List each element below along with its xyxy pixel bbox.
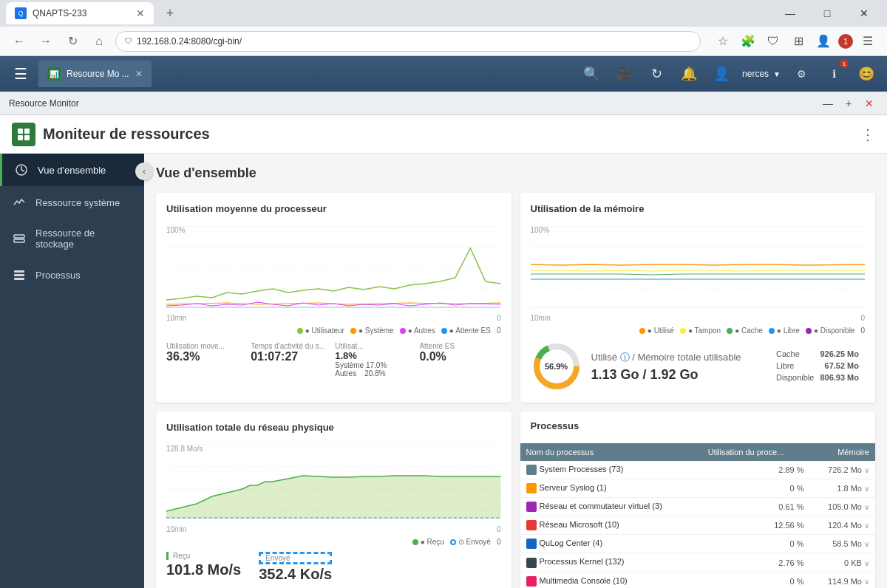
app-tab-icon: 📊 bbox=[47, 67, 61, 81]
extensions-btn[interactable]: 🧩 bbox=[738, 31, 758, 52]
network-card-title: Utilisation totale du réseau physique bbox=[166, 422, 501, 433]
cpu-user-value: 1.8% bbox=[335, 350, 416, 361]
cpu-card: Utilisation moyenne du processeur 100% bbox=[156, 193, 512, 403]
refresh-icon[interactable]: ↻ bbox=[645, 62, 668, 86]
settings-icon[interactable]: ℹ 1 bbox=[822, 62, 846, 86]
svg-rect-6 bbox=[14, 239, 24, 242]
cpu-wait-value: 0.0% bbox=[419, 350, 500, 363]
sidebar-item-process[interactable]: Processus bbox=[0, 259, 144, 291]
overview-icon bbox=[14, 163, 29, 177]
cpu-chart-label: 100% bbox=[166, 226, 186, 234]
table-row[interactable]: Multimedia Console (10) 0 % 114.9 Mo ∨ bbox=[520, 572, 876, 588]
sidebar-item-overview[interactable]: Vue d'ensemble bbox=[0, 154, 144, 186]
sidebar-item-storage[interactable]: Ressource de stockage bbox=[0, 219, 144, 259]
app-tab[interactable]: 📊 Resource Mo ... ✕ bbox=[38, 61, 152, 87]
sidebar-item-system[interactable]: Ressource système bbox=[0, 186, 144, 219]
network-chart: 128.8 Mo/s bbox=[166, 445, 501, 533]
window-close-btn[interactable]: ✕ bbox=[847, 2, 881, 24]
user-avatar[interactable]: 😊 bbox=[854, 62, 878, 86]
svg-rect-8 bbox=[14, 274, 24, 276]
window-minimize-btn[interactable]: — bbox=[773, 2, 807, 24]
notification-badge-btn[interactable]: 1 bbox=[838, 34, 853, 49]
sidebar-process-label: Processus bbox=[35, 270, 81, 281]
tab-favicon: Q bbox=[15, 7, 27, 19]
app-more-btn[interactable]: ⋮ bbox=[860, 126, 875, 143]
sidebar-toggle-btn[interactable]: ‹ bbox=[135, 163, 153, 180]
cpu-chart: 100% bbox=[166, 226, 501, 322]
legend-wait: ● Attente ES bbox=[449, 327, 491, 335]
cpu-card-title: Utilisation moyenne du processeur bbox=[166, 203, 501, 214]
memory-stats: Cache926.25 Mo Libre67.52 Mo Disponible8… bbox=[775, 348, 865, 385]
app-tab-close-btn[interactable]: ✕ bbox=[135, 69, 143, 79]
browser-tab[interactable]: Q QNAPTS-233 ✕ bbox=[6, 2, 154, 24]
memory-total-label: Utilisé ⓘ / Mémoire totale utilisable bbox=[591, 351, 767, 364]
mem-chart-label: 100% bbox=[531, 226, 550, 234]
address-bar[interactable]: 🛡 192.168.0.24:8080/cgi-bin/ bbox=[115, 31, 701, 52]
cpu-sys-sub: Système 17.0% bbox=[335, 361, 416, 369]
table-row[interactable]: Serveur Syslog (1) 0 % 1.8 Mo ∨ bbox=[520, 479, 876, 498]
app-icon bbox=[12, 123, 35, 146]
svg-rect-5 bbox=[14, 235, 24, 238]
table-row[interactable]: Réseau et commutateur virtuel (3) 0.61 %… bbox=[520, 498, 876, 516]
person-icon[interactable]: 👤 bbox=[710, 62, 733, 86]
window-maximize-btn[interactable]: □ bbox=[810, 2, 844, 24]
profile-btn[interactable]: 👤 bbox=[813, 31, 834, 52]
table-row[interactable]: QuLog Center (4) 0 % 58.5 Mo ∨ bbox=[520, 535, 876, 553]
cpu-util-label: Utilisation move... bbox=[166, 342, 248, 350]
window-controls: — □ ✕ bbox=[773, 2, 881, 24]
app-title: Moniteur de ressources bbox=[43, 126, 210, 143]
tab-title: QNAPTS-233 bbox=[33, 8, 130, 18]
table-row[interactable]: System Processes (73) 2.89 % 726.2 Mo ∨ bbox=[520, 461, 876, 479]
legend-user: ● Utilisateur bbox=[305, 327, 344, 335]
col-cpu: Utilisation du proce... bbox=[702, 443, 810, 461]
tab-close-btn[interactable]: ✕ bbox=[136, 7, 145, 19]
search-icon[interactable]: 🔍 bbox=[580, 62, 603, 86]
col-name[interactable]: Nom du processus bbox=[520, 443, 702, 461]
process-card: Processus Nom du processus Utilisation d… bbox=[520, 411, 876, 588]
send-label: Envoyé bbox=[259, 552, 332, 564]
rm-minimize-btn[interactable]: — bbox=[819, 95, 837, 112]
security-icon: 🛡 bbox=[125, 37, 132, 45]
apps-icon[interactable]: ⚙ bbox=[789, 62, 813, 86]
recv-stat: Reçu 101.8 Mo/s bbox=[166, 552, 241, 583]
mem-chart-time: 10min bbox=[531, 314, 551, 322]
table-row[interactable]: Processus Kernel (132) 2.76 % 0 KB ∨ bbox=[520, 553, 876, 572]
shield-btn[interactable]: 🛡 bbox=[763, 31, 784, 52]
camera-icon[interactable]: 🎥 bbox=[612, 62, 636, 86]
mem-cache: 926.25 Mo bbox=[820, 349, 863, 360]
process-icon bbox=[12, 267, 27, 282]
svg-rect-3 bbox=[24, 135, 30, 140]
cpu-util-value: 36.3% bbox=[166, 350, 248, 363]
home-btn[interactable]: ⌂ bbox=[89, 31, 109, 52]
page-title: Vue d'ensemble bbox=[156, 165, 875, 181]
user-chevron: ▼ bbox=[773, 70, 781, 78]
storage-icon bbox=[12, 231, 27, 246]
cpu-other-sub: Autres 20.8% bbox=[335, 369, 416, 377]
cpu-legend: ● Utilisateur ● Système ● Autres ● Atten… bbox=[166, 327, 501, 335]
bell-icon[interactable]: 🔔 bbox=[677, 62, 701, 86]
forward-btn[interactable]: → bbox=[35, 31, 56, 52]
table-row[interactable]: Réseau Microsoft (10) 12.56 % 120.4 Mo ∨ bbox=[520, 516, 876, 535]
new-tab-btn[interactable]: + bbox=[160, 3, 180, 24]
memory-donut: 56.9% bbox=[531, 341, 582, 392]
recv-label: Reçu bbox=[166, 552, 241, 560]
rm-close-btn[interactable]: ✕ bbox=[860, 95, 878, 112]
svg-rect-0 bbox=[18, 129, 23, 134]
qnap-menu-btn[interactable]: ☰ bbox=[9, 62, 33, 86]
recv-value: 101.8 Mo/s bbox=[166, 561, 241, 578]
tabs-btn[interactable]: ⊞ bbox=[788, 31, 809, 52]
reload-btn[interactable]: ↻ bbox=[62, 31, 83, 52]
sidebar-overview-label: Vue d'ensemble bbox=[38, 165, 106, 176]
memory-card: Utilisation de la mémoire 100% bbox=[520, 193, 876, 403]
menu-btn[interactable]: ☰ bbox=[857, 31, 878, 52]
rm-add-btn[interactable]: + bbox=[840, 95, 857, 112]
bookmark-btn[interactable]: ☆ bbox=[713, 31, 733, 52]
send-stat: Envoyé 352.4 Ko/s bbox=[259, 552, 332, 583]
network-card: Utilisation totale du réseau physique 12… bbox=[156, 411, 512, 588]
back-btn[interactable]: ← bbox=[9, 31, 30, 52]
legend-other: ● Autres bbox=[408, 327, 435, 335]
user-menu[interactable]: nerces ▼ bbox=[742, 69, 781, 79]
net-chart-zero: 0 bbox=[497, 525, 501, 533]
sidebar-storage-label: Ressource de stockage bbox=[35, 228, 132, 250]
legend-zero: 0 bbox=[497, 327, 501, 335]
